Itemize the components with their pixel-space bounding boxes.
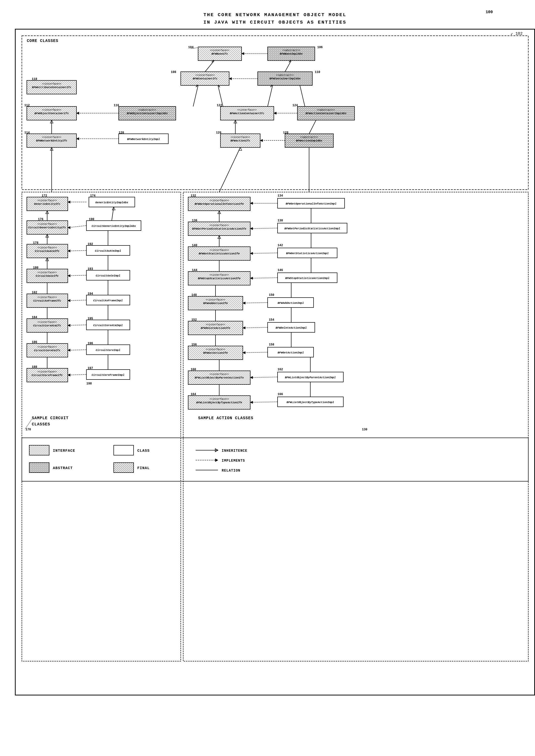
svg-text:<<interface>>: <<interface>> [210, 274, 229, 277]
svg-line-250 [243, 352, 268, 353]
svg-text:154: 154 [269, 318, 274, 322]
svg-text:BFWListObjectByParentActionIfe: BFWListObjectByParentActionIfe [195, 376, 244, 379]
uml-diagram-svg: CORE CLASSES <<interface>> BFWBaseIfc 10… [19, 33, 531, 691]
svg-line-230 [68, 300, 86, 301]
svg-text:SAMPLE CIRCUIT: SAMPLE CIRCUIT [32, 416, 69, 420]
svg-marker-239 [250, 202, 253, 204]
svg-marker-243 [250, 252, 253, 255]
svg-text:SAMPLE ACTION CLASSES: SAMPLE ACTION CLASSES [198, 416, 253, 420]
svg-text:CircuitAxCeImpl: CircuitAxCeImpl [96, 274, 120, 277]
svg-line-62 [268, 85, 272, 106]
svg-text:106: 106 [317, 46, 323, 49]
svg-text:112: 112 [24, 104, 30, 107]
svg-text:BFWBaseIfc: BFWBaseIfc [211, 52, 228, 55]
svg-text:BFWListObjectByTypeActionIfe: BFWListObjectByTypeActionIfe [196, 401, 242, 404]
svg-text:178: 178 [33, 241, 39, 245]
svg-text:BFWDeleteActionIfe: BFWDeleteActionIfe [201, 327, 230, 330]
svg-text:<<interface>>: <<interface>> [42, 109, 61, 111]
svg-text:CircuitCoreImpl: CircuitCoreImpl [96, 349, 120, 352]
svg-text:BFWObjectContainerIfc: BFWObjectContainerIfc [35, 112, 69, 115]
svg-marker-249 [243, 327, 245, 329]
svg-text:130: 130 [362, 428, 367, 431]
svg-marker-229 [68, 275, 70, 277]
svg-text:BFWGetStatisticsActionIfe: BFWGetStatisticsActionIfe [199, 252, 239, 255]
svg-text:BFWGetActionImpl: BFWGetActionImpl [278, 351, 304, 354]
svg-text:BFWStopStatisticsActionImpl: BFWStopStatisticsActionImpl [285, 277, 329, 280]
svg-text:BFWAttributeContainerIfc: BFWAttributeContainerIfc [32, 86, 71, 89]
svg-text:CircuitGenericEntityIfc: CircuitGenericEntityIfc [28, 226, 66, 229]
svg-text:<<interface>>: <<interface>> [210, 373, 229, 376]
svg-text:148: 148 [191, 293, 197, 297]
svg-text:CircuitGenericEntityImplAbs: CircuitGenericEntityImplAbs [92, 225, 136, 228]
svg-text:<<interface>>: <<interface>> [38, 296, 57, 299]
svg-line-244 [250, 278, 278, 278]
svg-rect-300 [114, 463, 133, 472]
svg-text:142: 142 [278, 244, 283, 247]
svg-text:156: 156 [191, 343, 197, 346]
svg-text:166: 166 [278, 392, 283, 396]
svg-text:CircuitAxCeIfc: CircuitAxCeIfc [36, 275, 59, 278]
svg-text:190: 190 [89, 218, 94, 221]
svg-text:174: 174 [90, 194, 96, 198]
svg-line-276 [219, 148, 240, 192]
svg-text:<<interface>>: <<interface>> [195, 74, 215, 77]
svg-text:138: 138 [278, 219, 283, 222]
svg-text:RELATION: RELATION [222, 469, 240, 472]
svg-text:<<interface>>: <<interface>> [206, 299, 225, 301]
svg-line-236 [68, 374, 86, 375]
svg-text:CLASSES: CLASSES [32, 422, 50, 427]
svg-text:114: 114 [24, 131, 30, 135]
svg-text:<<interface>>: <<interface>> [206, 323, 225, 326]
svg-text:176: 176 [38, 218, 43, 221]
svg-text:CircuitCoreFrameImpl: CircuitCoreFrameImpl [92, 373, 125, 376]
svg-text:BFWGetOperationalInfoActionIfe: BFWGetOperationalInfoActionIfe [195, 202, 244, 205]
svg-marker-81 [241, 52, 244, 55]
svg-text:<<abstract>>: <<abstract>> [276, 74, 294, 77]
svg-text:118: 118 [32, 77, 37, 81]
svg-marker-71 [229, 77, 232, 80]
svg-rect-286 [29, 445, 49, 455]
svg-text:162: 162 [278, 368, 283, 371]
svg-text:BFWNetworkEntityImpl: BFWNetworkEntityImpl [127, 138, 160, 141]
svg-marker-225 [68, 226, 70, 229]
svg-text:124: 124 [293, 104, 298, 107]
svg-text:194: 194 [88, 292, 93, 296]
svg-text:ABSTRACT: ABSTRACT [53, 466, 73, 470]
svg-line-254 [250, 402, 278, 402]
svg-text:BFWListObjectByTypeActionImpl: BFWListObjectByTypeActionImpl [287, 401, 334, 404]
svg-text:BFWGetActionIfe: BFWGetActionIfe [203, 351, 228, 354]
svg-marker-75 [274, 112, 276, 114]
svg-text:108: 108 [171, 70, 176, 74]
svg-text:BFWContainerImplAbs: BFWContainerImplAbs [269, 77, 301, 80]
svg-text:IMPLEMENTS: IMPLEMENTS [222, 459, 245, 463]
svg-text:<<abstract>>: <<abstract>> [282, 49, 300, 52]
svg-text:198: 198 [86, 382, 92, 386]
svg-text:188: 188 [32, 365, 37, 369]
svg-text:<<interface>>: <<interface>> [38, 321, 57, 324]
svg-marker-247 [243, 302, 245, 304]
svg-marker-227 [68, 250, 70, 252]
svg-line-60 [218, 85, 223, 106]
svg-marker-77 [260, 139, 263, 142]
svg-text:<<interface>>: <<interface>> [210, 199, 229, 202]
svg-text:BFWDeleteActionImpl: BFWDeleteActionImpl [275, 326, 307, 329]
svg-line-234 [68, 350, 86, 350]
svg-text:170: 170 [26, 428, 31, 431]
svg-text:BFWContainerIfc: BFWContainerIfc [193, 77, 217, 80]
svg-text:128: 128 [283, 131, 289, 135]
svg-text:172: 172 [42, 194, 47, 198]
svg-line-246 [243, 303, 268, 303]
svg-text:BFWAddActionIfe: BFWAddActionIfe [203, 302, 228, 305]
svg-marker-237 [68, 374, 70, 376]
svg-marker-251 [243, 351, 245, 354]
svg-text:180: 180 [33, 266, 39, 270]
svg-text:<<interface>>: <<interface>> [38, 370, 57, 373]
svg-text:<<interface>>: <<interface>> [210, 249, 229, 252]
svg-marker-253 [250, 376, 253, 379]
svg-line-226 [68, 251, 86, 251]
svg-text:184: 184 [32, 316, 37, 319]
svg-text:120: 120 [119, 131, 124, 135]
svg-text:136: 136 [192, 219, 197, 222]
svg-line-240 [250, 228, 278, 229]
svg-text:FINAL: FINAL [137, 466, 150, 470]
